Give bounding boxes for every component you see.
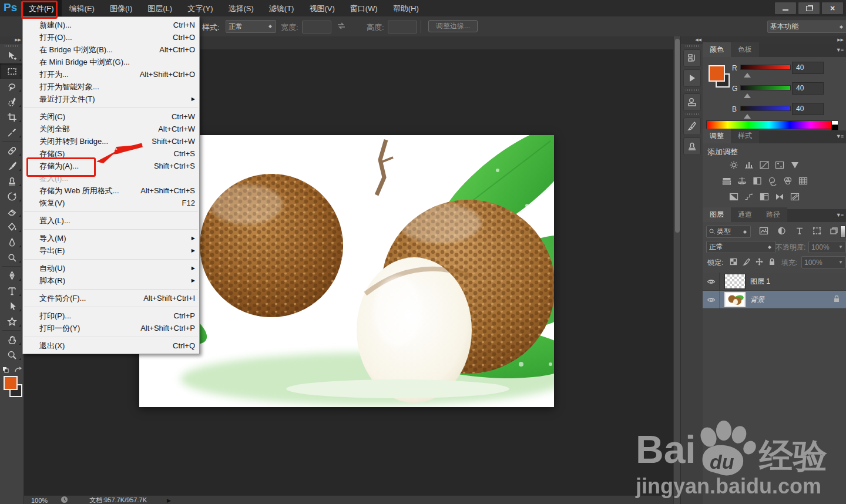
refine-edge-button[interactable]: 调整边缘...	[428, 20, 478, 32]
tab-paths[interactable]: 路径	[759, 207, 787, 222]
file-menu-item-18[interactable]: 自动(U)▶	[23, 262, 199, 274]
zoom-tool[interactable]	[0, 347, 24, 362]
file-menu-item-6[interactable]: 最近打开文件(T)▶	[23, 93, 199, 105]
tab-color[interactable]: 颜色	[703, 42, 731, 57]
menubar-item-3[interactable]: 图层(L)	[140, 0, 180, 16]
menubar-item-4[interactable]: 文字(Y)	[180, 0, 220, 16]
zoom-level[interactable]: 100%	[31, 497, 48, 504]
hand-tool[interactable]	[0, 332, 24, 347]
menubar-item-6[interactable]: 滤镜(T)	[261, 0, 302, 16]
file-menu-item-7[interactable]: 关闭(C)Ctrl+W	[23, 110, 199, 123]
scrollbar-thumb[interactable]	[675, 39, 680, 233]
dock-collapse-icon[interactable]: ◀◀	[681, 36, 703, 44]
levels-icon[interactable]	[743, 160, 756, 170]
visibility-toggle[interactable]	[703, 291, 720, 308]
filter-type-layers-icon[interactable]	[795, 227, 804, 237]
style-dropdown[interactable]: 正常	[226, 20, 276, 33]
actions-panel-button[interactable]	[683, 69, 701, 87]
layer-row-selected[interactable]: 背景	[703, 291, 846, 309]
dodge-tool[interactable]	[0, 250, 24, 265]
history-panel-button[interactable]	[683, 49, 701, 67]
brightness-contrast-icon[interactable]	[727, 160, 740, 170]
tab-channels[interactable]: 通道	[731, 207, 759, 222]
tab-styles[interactable]: 样式	[731, 129, 759, 143]
lock-pixels-icon[interactable]	[743, 257, 750, 268]
color-lookup-icon[interactable]	[797, 176, 810, 186]
crop-tool[interactable]	[0, 109, 24, 125]
lock-transparency-icon[interactable]	[730, 257, 737, 268]
swap-dimensions-icon[interactable]	[336, 21, 347, 33]
default-colors-icon[interactable]	[2, 365, 9, 376]
file-menu-item-19[interactable]: 脚本(R)▶	[23, 274, 199, 287]
restore-button[interactable]	[798, 2, 820, 15]
clone-source-panel-button[interactable]	[683, 137, 701, 155]
filter-smart-objects-icon[interactable]	[830, 227, 838, 237]
filter-shape-layers-icon[interactable]	[813, 227, 821, 237]
foreground-color-well[interactable]	[709, 65, 725, 82]
tab-layers[interactable]: 图层	[703, 207, 731, 222]
color-balance-icon[interactable]	[736, 176, 748, 186]
channel-mixer-icon[interactable]	[781, 176, 794, 186]
lock-all-icon[interactable]	[768, 257, 776, 268]
file-menu-item-21[interactable]: 打印(P)...Ctrl+P	[23, 310, 199, 322]
brush-panel-button[interactable]	[683, 117, 701, 135]
blur-tool[interactable]	[0, 234, 24, 250]
filter-toggle[interactable]	[840, 226, 845, 238]
type-tool[interactable]	[0, 283, 24, 298]
exposure-icon[interactable]	[773, 160, 786, 170]
properties-panel-button[interactable]	[683, 93, 701, 111]
tab-adjustments[interactable]: 调整	[703, 129, 731, 143]
swap-colors-icon[interactable]	[14, 365, 22, 376]
file-menu-item-20[interactable]: 文件简介(F)...Alt+Shift+Ctrl+I	[23, 292, 199, 304]
blend-mode-dropdown[interactable]: 正常	[706, 241, 776, 253]
file-menu-item-16[interactable]: 导入(M)▶	[23, 232, 199, 244]
channel-b-thumb[interactable]	[744, 110, 751, 119]
threshold-icon[interactable]	[758, 191, 771, 201]
panel-menu-icon[interactable]: ▼≡	[836, 212, 843, 218]
custom-shape-tool[interactable]	[0, 314, 24, 329]
channel-r-thumb[interactable]	[744, 69, 751, 78]
channel-r-value[interactable]: 40	[792, 62, 824, 74]
layer-name[interactable]: 图层 1	[750, 277, 770, 287]
color-spectrum-ramp[interactable]	[706, 120, 832, 129]
eraser-tool[interactable]	[0, 204, 24, 219]
status-flyout-icon[interactable]: ▶	[167, 498, 171, 503]
pen-tool[interactable]	[0, 268, 24, 283]
invert-icon[interactable]	[727, 191, 740, 201]
channel-g-thumb[interactable]	[744, 90, 751, 98]
layer-filter-dropdown[interactable]: 类型	[706, 226, 751, 238]
menubar-item-1[interactable]: 编辑(E)	[62, 0, 102, 16]
foreground-color-swatch[interactable]	[4, 376, 18, 390]
brush-tool[interactable]	[0, 158, 24, 173]
file-menu-item-14[interactable]: 恢复(V)F12	[23, 197, 199, 209]
move-tool[interactable]	[0, 48, 24, 63]
vibrance-icon[interactable]	[788, 160, 801, 170]
selective-color-icon[interactable]	[788, 191, 801, 201]
quick-selection-tool[interactable]	[0, 94, 24, 109]
document-image[interactable]	[139, 135, 554, 407]
file-menu-item-23[interactable]: 退出(X)Ctrl+Q	[23, 340, 199, 352]
gradient-map-icon[interactable]	[773, 191, 786, 201]
menubar-item-2[interactable]: 图像(I)	[102, 0, 140, 16]
spectrum-black-swatch[interactable]	[831, 125, 838, 130]
eyedropper-tool[interactable]	[0, 125, 24, 140]
panel-menu-icon[interactable]: ▼≡	[836, 47, 843, 53]
file-menu-item-17[interactable]: 导出(E)▶	[23, 244, 199, 257]
layer-name[interactable]: 背景	[750, 295, 764, 305]
posterize-icon[interactable]	[743, 191, 756, 201]
history-brush-tool[interactable]	[0, 189, 24, 204]
file-menu-item-4[interactable]: 打开为...Alt+Shift+Ctrl+O	[23, 68, 199, 80]
panel-menu-icon[interactable]: ▼≡	[836, 133, 843, 139]
filter-adjustment-layers-icon[interactable]	[777, 227, 786, 237]
menubar-item-7[interactable]: 视图(V)	[301, 0, 342, 16]
file-menu-item-5[interactable]: 打开为智能对象...	[23, 80, 199, 93]
menubar-item-9[interactable]: 帮助(H)	[385, 0, 427, 16]
file-menu-item-3[interactable]: 在 Mini Bridge 中浏览(G)...	[23, 56, 199, 68]
menubar-item-5[interactable]: 选择(S)	[220, 0, 261, 16]
height-input[interactable]	[388, 21, 417, 33]
file-menu-item-22[interactable]: 打印一份(Y)Alt+Shift+Ctrl+P	[23, 322, 199, 334]
hue-saturation-icon[interactable]	[720, 176, 733, 186]
layer-thumbnail[interactable]	[724, 274, 746, 289]
rectangular-marquee-tool[interactable]	[0, 63, 24, 79]
width-input[interactable]	[302, 21, 331, 33]
